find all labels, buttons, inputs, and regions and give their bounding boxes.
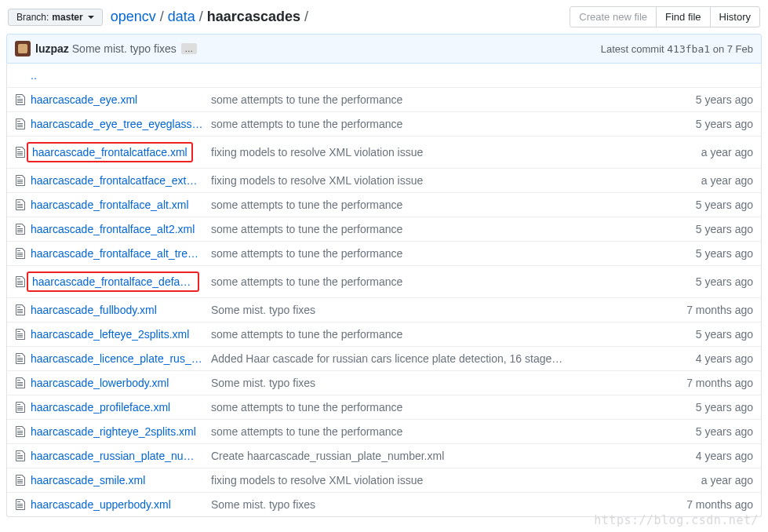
file-cell: haarcascade_frontalcatface.xml [15, 142, 211, 162]
file-icon [15, 474, 26, 486]
commit-message-cell[interactable]: some attempts to tune the performance [211, 247, 659, 260]
file-icon [15, 199, 26, 211]
breadcrumb: opencv / data / haarcascades / [111, 9, 311, 25]
commit-message-cell[interactable]: some attempts to tune the performance [211, 223, 659, 235]
file-cell: haarcascade_frontalface_default.xml [15, 271, 211, 292]
table-row: haarcascade_russian_plate_number.…Create… [7, 443, 761, 468]
commit-message-cell[interactable]: fixing models to resolve XML violation i… [211, 146, 659, 159]
age-cell: 7 months ago [659, 304, 753, 316]
file-cell: haarcascade_frontalcatface_extende… [15, 174, 211, 187]
file-cell: haarcascade_frontalface_alt_tree.xml [15, 247, 211, 260]
branch-selector[interactable]: Branch: master [8, 9, 103, 26]
find-file-button[interactable]: Find file [656, 6, 711, 27]
file-icon [15, 93, 26, 106]
file-icon [15, 223, 26, 235]
file-link[interactable]: haarcascade_lowerbody.xml [31, 377, 169, 389]
file-icon [15, 377, 26, 389]
file-link[interactable]: haarcascade_frontalface_alt2.xml [31, 223, 195, 235]
file-link[interactable]: haarcascade_lefteye_2splits.xml [31, 328, 189, 341]
age-cell: a year ago [659, 174, 753, 187]
file-link[interactable]: haarcascade_profileface.xml [31, 401, 170, 414]
age-cell: 5 years ago [659, 425, 753, 438]
file-cell: haarcascade_upperbody.xml [15, 498, 211, 511]
file-link[interactable]: haarcascade_eye.xml [31, 93, 137, 106]
file-link[interactable]: haarcascade_righteye_2splits.xml [31, 425, 196, 438]
commit-sha[interactable]: 413fba1 [667, 43, 710, 55]
file-link[interactable]: haarcascade_fullbody.xml [31, 304, 157, 316]
file-link[interactable]: haarcascade_frontalcatface.xml [27, 142, 193, 162]
file-cell: haarcascade_eye_tree_eyeglasses.xml [15, 118, 211, 130]
age-cell: 7 months ago [659, 498, 753, 511]
commit-message-cell[interactable]: Some mist. typo fixes [211, 377, 659, 389]
commit-message-cell[interactable]: Some mist. typo fixes [211, 498, 659, 511]
commit-message-cell[interactable]: some attempts to tune the performance [211, 328, 659, 341]
commit-author[interactable]: luzpaz [35, 42, 69, 55]
breadcrumb-path[interactable]: data [168, 9, 195, 25]
file-link[interactable]: haarcascade_licence_plate_rus_16st… [31, 352, 203, 365]
commit-message-cell[interactable]: Create haarcascade_russian_plate_number.… [211, 450, 659, 462]
parent-directory-link[interactable]: .. [31, 69, 37, 82]
topbar-actions: Create new file Find file History [570, 6, 760, 27]
table-row: haarcascade_licence_plate_rus_16st…Added… [7, 346, 761, 370]
table-row: haarcascade_frontalcatface.xmlfixing mod… [7, 136, 761, 168]
commit-message-cell[interactable]: some attempts to tune the performance [211, 93, 659, 106]
file-link[interactable]: haarcascade_russian_plate_number.… [31, 450, 203, 462]
file-link[interactable]: haarcascade_frontalcatface_extende… [31, 174, 203, 187]
commit-message-cell[interactable]: some attempts to tune the performance [211, 199, 659, 211]
commit-message-cell[interactable]: Some mist. typo fixes [211, 304, 659, 316]
file-cell: haarcascade_licence_plate_rus_16st… [15, 352, 211, 365]
breadcrumb-sep: / [197, 9, 206, 25]
commit-message-cell[interactable]: fixing models to resolve XML violation i… [211, 474, 659, 486]
history-button[interactable]: History [710, 6, 760, 27]
file-icon [15, 401, 26, 414]
commit-message-cell[interactable]: some attempts to tune the performance [211, 118, 659, 130]
file-link[interactable]: haarcascade_upperbody.xml [31, 498, 171, 511]
file-cell: haarcascade_fullbody.xml [15, 304, 211, 316]
age-cell: 5 years ago [659, 223, 753, 235]
file-cell: haarcascade_smile.xml [15, 474, 211, 486]
caret-down-icon [88, 16, 94, 19]
file-icon [15, 352, 26, 365]
commit-message-cell[interactable]: fixing models to resolve XML violation i… [211, 174, 659, 187]
age-cell: 5 years ago [659, 275, 753, 288]
file-icon [15, 304, 26, 316]
table-row: haarcascade_eye_tree_eyeglasses.xmlsome … [7, 111, 761, 136]
commit-message-cell[interactable]: Added Haar cascade for russian cars lice… [211, 352, 659, 365]
latest-commit-bar: luzpaz Some mist. typo fixes … Latest co… [6, 34, 762, 64]
file-link[interactable]: haarcascade_smile.xml [31, 474, 145, 486]
file-icon [15, 247, 26, 260]
table-row: haarcascade_upperbody.xmlSome mist. typo… [7, 492, 761, 516]
commit-message-cell[interactable]: some attempts to tune the performance [211, 401, 659, 414]
create-new-file-button[interactable]: Create new file [570, 6, 657, 27]
file-link[interactable]: haarcascade_frontalface_alt.xml [31, 199, 189, 211]
file-cell: haarcascade_profileface.xml [15, 401, 211, 414]
file-icon [15, 425, 26, 438]
expand-commit-button[interactable]: … [181, 43, 197, 54]
file-link[interactable]: haarcascade_frontalface_default.xml [27, 271, 199, 292]
file-icon [15, 118, 26, 130]
table-row: haarcascade_frontalface_alt2.xmlsome att… [7, 217, 761, 241]
file-cell: haarcascade_lowerbody.xml [15, 377, 211, 389]
avatar[interactable] [15, 41, 31, 56]
file-link[interactable]: haarcascade_frontalface_alt_tree.xml [31, 247, 203, 260]
breadcrumb-current: haarcascades [207, 9, 300, 25]
age-cell: 5 years ago [659, 118, 753, 130]
breadcrumb-root[interactable]: opencv [111, 9, 156, 25]
file-icon [15, 498, 26, 511]
file-icon [15, 328, 26, 341]
age-cell: 4 years ago [659, 450, 753, 462]
age-cell: 5 years ago [659, 93, 753, 106]
branch-name: master [52, 12, 82, 23]
commit-meta: Latest commit 413fba1 on 7 Feb [601, 43, 753, 55]
file-cell: haarcascade_eye.xml [15, 93, 211, 106]
breadcrumb-sep: / [302, 9, 311, 25]
table-row: haarcascade_fullbody.xmlSome mist. typo … [7, 297, 761, 322]
parent-directory-row[interactable]: .. [7, 64, 761, 87]
table-row: haarcascade_frontalcatface_extende…fixin… [7, 168, 761, 192]
commit-message[interactable]: Some mist. typo fixes [72, 42, 177, 55]
commit-message-cell[interactable]: some attempts to tune the performance [211, 425, 659, 438]
commit-message-cell[interactable]: some attempts to tune the performance [211, 275, 659, 288]
age-cell: 5 years ago [659, 401, 753, 414]
file-link[interactable]: haarcascade_eye_tree_eyeglasses.xml [31, 118, 203, 130]
age-cell: 7 months ago [659, 377, 753, 389]
